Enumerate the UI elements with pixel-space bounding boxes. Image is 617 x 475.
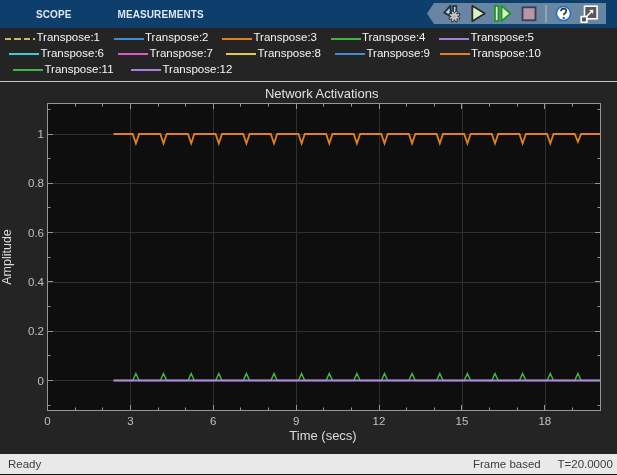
svg-text:18: 18 [538, 415, 551, 427]
svg-text:12: 12 [373, 415, 386, 427]
svg-text:0: 0 [44, 415, 50, 427]
svg-text:Amplitude: Amplitude [0, 229, 14, 285]
svg-text:Network Activations: Network Activations [265, 86, 379, 101]
svg-text:15: 15 [456, 415, 469, 427]
svg-text:0: 0 [38, 375, 44, 387]
svg-text:0.8: 0.8 [28, 177, 44, 189]
svg-text:0.2: 0.2 [28, 325, 44, 337]
svg-text:3: 3 [127, 415, 133, 427]
svg-text:9: 9 [293, 415, 299, 427]
svg-text:1: 1 [38, 128, 44, 140]
svg-text:Time (secs): Time (secs) [289, 428, 356, 443]
svg-text:6: 6 [210, 415, 216, 427]
svg-text:0.4: 0.4 [28, 276, 45, 288]
svg-text:0.6: 0.6 [28, 227, 44, 239]
